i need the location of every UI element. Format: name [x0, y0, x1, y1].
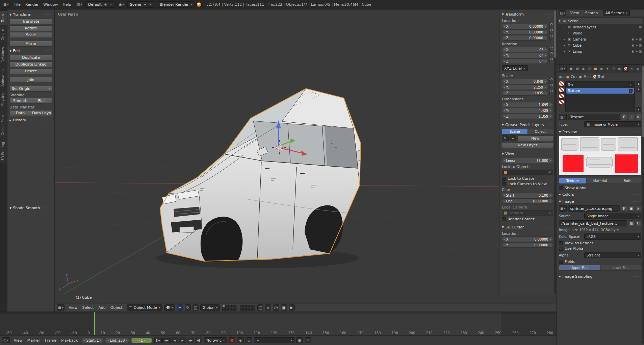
- browse-image-icon[interactable]: ▦▾: [559, 205, 567, 212]
- panel-header-grease-pencil[interactable]: ▼Grease Pencil Layers∙∙: [502, 122, 553, 128]
- opengl-render-anim-icon[interactable]: ▶: [289, 304, 295, 311]
- lock-icon[interactable]: [549, 24, 553, 28]
- pin-icon[interactable]: ▣: [559, 75, 562, 79]
- tool-button[interactable]: Translate: [9, 19, 52, 24]
- preview-texture-button[interactable]: Texture: [559, 178, 586, 184]
- panel-header-colors[interactable]: ►Colors∙∙∙∙: [559, 191, 641, 197]
- menu-item[interactable]: Object: [108, 305, 125, 310]
- gp-tab-object[interactable]: Object: [528, 129, 553, 134]
- shading-dropdown[interactable]: ▾: [164, 304, 175, 311]
- tool-button[interactable]: Duplicate: [9, 55, 52, 60]
- move-slot-up-icon[interactable]: ▲: [636, 81, 641, 86]
- cursor-field[interactable]: X:0.00000: [502, 237, 553, 242]
- gp-new-layer-button[interactable]: New Layer: [502, 142, 553, 148]
- show-alpha-checkbox[interactable]: Show Alpha: [559, 186, 641, 190]
- gp-tab-scene[interactable]: Scene: [502, 129, 528, 134]
- expand-icon[interactable]: ▸: [563, 26, 566, 28]
- location-field[interactable]: Y:0.00000: [502, 29, 548, 35]
- menu-item[interactable]: View: [11, 338, 25, 343]
- opengl-render-image-icon[interactable]: ▣: [281, 304, 287, 311]
- panel-header-history[interactable]: ►History∙∙∙∙: [9, 117, 52, 123]
- scale-field[interactable]: X:0.848: [502, 79, 548, 84]
- layer-group-1[interactable]: [222, 305, 237, 311]
- dimension-field[interactable]: Z:1.359: [502, 114, 553, 119]
- tab-physics[interactable]: Physics: [0, 90, 7, 109]
- tab-object[interactable]: ■: [592, 66, 598, 72]
- sync-mode-dropdown[interactable]: No Sync▾: [204, 337, 227, 343]
- current-frame-field[interactable]: 1: [131, 338, 153, 343]
- menu-item[interactable]: Help: [60, 2, 73, 7]
- lock-to-scene-icon[interactable]: □: [257, 304, 263, 311]
- outliner-display-dropdown[interactable]: All Scenes▾: [603, 10, 629, 16]
- selectability-arrow-icon[interactable]: ➤: [635, 44, 638, 47]
- renderability-camera-icon[interactable]: ▣: [639, 44, 642, 47]
- tab-particles[interactable]: ✳: [629, 66, 635, 72]
- mode-dropdown[interactable]: Object Mode▾: [127, 304, 162, 311]
- fields-checkbox[interactable]: Fields: [559, 260, 641, 264]
- viewport-canvas[interactable]: x y z User Persp (1) Cube ▼Transform∙∙∙∙…: [55, 9, 557, 303]
- auto-keying-icon[interactable]: ◆: [237, 337, 244, 343]
- dimension-field[interactable]: Y:4.425: [502, 108, 553, 113]
- fake-user-button[interactable]: F: [621, 114, 627, 120]
- jump-to-end-icon[interactable]: ▶▌: [195, 338, 202, 343]
- render-border-checkbox[interactable]: Render Border: [502, 217, 553, 221]
- location-field[interactable]: X:0.00000: [502, 24, 548, 29]
- panel-header-np-transform[interactable]: ▼Transform∙∙∙∙: [502, 11, 553, 17]
- next-keyframe-icon[interactable]: ▶▶: [187, 338, 194, 343]
- add-icon[interactable]: +: [510, 135, 516, 141]
- start-frame-field[interactable]: Start:1: [82, 338, 103, 343]
- lock-object-picker[interactable]: ✐: [502, 170, 553, 175]
- insert-keyframe-icon[interactable]: ▣: [296, 337, 303, 343]
- slot-enabled-checkbox[interactable]: [629, 83, 633, 87]
- lens-field[interactable]: Lens:35.000: [502, 158, 553, 163]
- lower-first-button[interactable]: Lower First: [600, 265, 642, 271]
- tab-render-layers[interactable]: ▤: [574, 66, 580, 72]
- texture-slot-empty[interactable]: [566, 100, 634, 105]
- breadcrumb-texture[interactable]: Text: [598, 75, 604, 79]
- editor-type-button[interactable]: ▥▾: [559, 66, 567, 72]
- screen-layout-selector[interactable]: Default+✕: [85, 1, 115, 8]
- gp-new-button[interactable]: New: [517, 135, 553, 141]
- visibility-eye-icon[interactable]: ◉: [632, 38, 634, 41]
- preview-material-button[interactable]: Material: [586, 178, 614, 184]
- tab-physics[interactable]: ◈: [635, 66, 641, 72]
- preview-both-button[interactable]: Both: [614, 178, 641, 184]
- snap-magnet-icon[interactable]: ∩: [265, 304, 271, 311]
- texture-slot-empty[interactable]: [566, 106, 634, 111]
- lock-icon[interactable]: [549, 91, 553, 95]
- expand-icon[interactable]: ▸: [563, 38, 566, 41]
- colorspace-dropdown[interactable]: sRGB▾: [584, 233, 641, 240]
- image-path-field[interactable]: //sprinter_carib_bad_texture...: [559, 220, 627, 226]
- render-engine-selector[interactable]: Blender Render▾: [157, 1, 195, 8]
- tab-world[interactable]: ☉: [586, 66, 592, 72]
- selectability-arrow-icon[interactable]: ➤: [635, 38, 638, 41]
- expand-icon[interactable]: ▸: [563, 50, 566, 53]
- local-camera-picker[interactable]: Camera✕: [502, 210, 553, 216]
- dimension-field[interactable]: X:1.695: [502, 102, 553, 107]
- slot-enabled-checkbox[interactable]: [629, 89, 633, 93]
- panel-header-image[interactable]: ▼Image∙∙∙∙: [559, 198, 641, 204]
- delete-scene-icon[interactable]: ✕: [149, 3, 152, 6]
- end-frame-field[interactable]: End:250: [105, 338, 129, 343]
- unlink-texture-icon[interactable]: ✕: [635, 114, 641, 120]
- breadcrumb-object[interactable]: Cu: [571, 75, 575, 79]
- renderability-camera-icon[interactable]: ▣: [639, 38, 642, 41]
- fake-user-button[interactable]: F: [621, 205, 627, 212]
- rotation-field[interactable]: X:0°: [502, 47, 548, 52]
- outliner-row-camera[interactable]: ▸▣Camera◉➤▣: [558, 36, 643, 42]
- panel-header-redo[interactable]: ▼Shade Smooth∙∙∙∙: [9, 205, 52, 211]
- timeline-area[interactable]: -50-40-30-20-100102030405060708090100110…: [0, 312, 557, 336]
- browse-texture-icon[interactable]: ▦▾: [559, 114, 567, 120]
- tool-button[interactable]: Delete: [9, 68, 52, 74]
- smooth-button[interactable]: Smooth: [9, 98, 31, 104]
- tab-animation[interactable]: Animation: [0, 66, 7, 90]
- scene-selector[interactable]: Scene+✕: [127, 1, 155, 8]
- orientation-dropdown[interactable]: Global▾: [200, 304, 220, 311]
- upper-first-button[interactable]: Upper First: [559, 265, 600, 271]
- menu-item[interactable]: Render: [23, 2, 41, 7]
- texture-type-dropdown[interactable]: ▦Image or Movie▾: [584, 121, 641, 127]
- pencil-icon[interactable]: ✎: [502, 135, 509, 141]
- jump-to-start-icon[interactable]: ▌◀: [154, 338, 162, 343]
- clear-icon[interactable]: ✕: [548, 211, 551, 215]
- unlink-image-icon[interactable]: ✕: [635, 205, 641, 212]
